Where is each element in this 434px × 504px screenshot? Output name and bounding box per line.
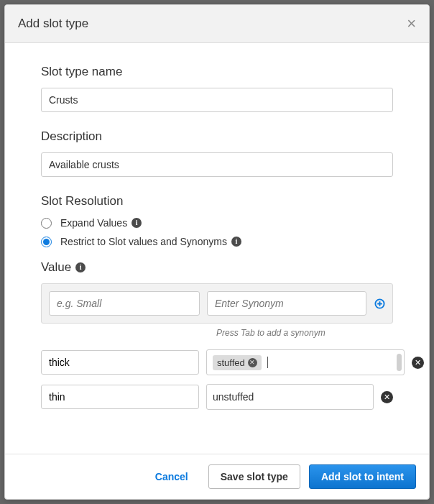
remove-row-icon[interactable]: ✕: [381, 391, 393, 403]
slot-type-name-input[interactable]: [41, 88, 393, 112]
value-row: unstuffed ✕: [41, 384, 393, 410]
value-row: stuffed ✕ ✕: [41, 349, 393, 375]
synonym-tag-text: stuffed: [217, 357, 245, 368]
description-label: Description: [41, 129, 393, 144]
add-icon[interactable]: [374, 298, 385, 309]
text-caret: [267, 357, 268, 368]
cancel-button[interactable]: Cancel: [144, 465, 200, 488]
radio-restrict-input[interactable]: [41, 237, 52, 247]
slot-type-name-label: Slot type name: [41, 65, 393, 79]
slot-resolution-group: Expand Values i Restrict to Slot values …: [41, 217, 393, 247]
save-slot-type-button[interactable]: Save slot type: [208, 464, 300, 489]
synonym-box[interactable]: unstuffed: [206, 384, 374, 410]
info-icon[interactable]: i: [131, 218, 142, 228]
add-slot-type-modal: Add slot type × Slot type name Descripti…: [4, 4, 430, 500]
scrollbar-thumb[interactable]: [397, 354, 402, 371]
value-input[interactable]: [41, 385, 199, 409]
radio-expand-input[interactable]: [41, 218, 52, 229]
add-slot-to-intent-button[interactable]: Add slot to intent: [309, 464, 416, 489]
modal-title: Add slot type: [18, 17, 88, 31]
new-synonym-input[interactable]: [207, 291, 366, 316]
synonym-plain-text: unstuffed: [213, 389, 254, 405]
radio-restrict-values[interactable]: Restrict to Slot values and Synonyms i: [41, 236, 393, 247]
remove-row-icon[interactable]: ✕: [412, 357, 424, 369]
info-icon[interactable]: i: [231, 237, 241, 247]
radio-restrict-label: Restrict to Slot values and Synonyms: [60, 236, 227, 247]
close-icon[interactable]: ×: [407, 16, 416, 32]
new-value-input[interactable]: [49, 291, 200, 316]
modal-header: Add slot type ×: [5, 5, 429, 43]
synonym-text-input[interactable]: [272, 357, 398, 368]
description-input[interactable]: [41, 152, 393, 177]
info-icon[interactable]: i: [75, 262, 86, 272]
synonym-tag: stuffed ✕: [213, 355, 262, 370]
modal-body: Slot type name Description Slot Resoluti…: [5, 43, 429, 454]
remove-tag-icon[interactable]: ✕: [248, 358, 257, 367]
value-input[interactable]: [41, 350, 199, 375]
synonym-hint: Press Tab to add a synonym: [216, 328, 393, 338]
new-value-box: [41, 283, 393, 324]
value-label: Value: [41, 260, 71, 275]
synonym-box[interactable]: stuffed ✕: [206, 349, 405, 375]
slot-resolution-label: Slot Resolution: [41, 194, 393, 209]
radio-expand-values[interactable]: Expand Values i: [41, 217, 393, 229]
value-label-row: Value i: [41, 260, 393, 275]
modal-footer: Cancel Save slot type Add slot to intent: [5, 454, 429, 499]
radio-expand-label: Expand Values: [60, 217, 127, 229]
